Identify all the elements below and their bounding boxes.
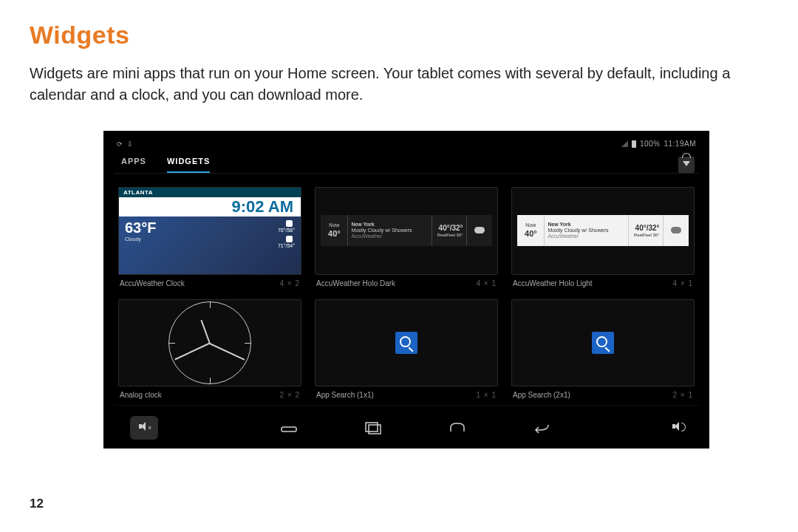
search-icon [395, 332, 417, 354]
status-download-icon: ⇩ [127, 140, 133, 148]
play-store-icon[interactable] [678, 157, 695, 173]
widget-dim: 2 × 2 [279, 391, 300, 399]
widget-accuweather-holo-light[interactable]: Now40° New YorkMostly Cloudy w/ ShowersA… [511, 187, 695, 287]
volume-up-button[interactable] [672, 421, 683, 434]
widget-dim: 4 × 2 [279, 279, 300, 287]
nav-bar: × [114, 405, 699, 449]
tab-apps[interactable]: APPS [121, 157, 146, 174]
nav-recent-button[interactable] [364, 421, 382, 434]
widget-label: AccuWeather Holo Light [513, 279, 593, 287]
widget-dim: 1 × 1 [476, 391, 497, 399]
widget-accuweather-holo-dark[interactable]: Now40° New YorkMostly Cloudy w/ ShowersA… [315, 187, 498, 287]
cloud-icon [671, 227, 681, 233]
accu-row1: 70°/58° [278, 227, 295, 234]
accu-cond: Cloudy [125, 236, 156, 242]
widget-label: App Search (1x1) [316, 391, 374, 399]
accu-temp: 63°F [125, 219, 156, 236]
holo-light-preview: Now40° New YorkMostly Cloudy w/ ShowersA… [517, 215, 688, 246]
nav-menu-button[interactable] [280, 421, 298, 434]
action-bar: APPS WIDGETS [114, 152, 699, 174]
speaker-icon [672, 421, 683, 432]
signal-icon [621, 140, 628, 147]
widget-label: App Search (2x1) [513, 391, 570, 399]
nav-home-button[interactable] [449, 421, 466, 434]
svg-rect-2 [369, 425, 381, 434]
speaker-mute-icon: × [139, 421, 149, 432]
widget-label: AccuWeather Holo Dark [316, 279, 395, 287]
accu-city: ATLANTA [119, 188, 301, 197]
volume-down-button[interactable]: × [130, 416, 158, 440]
widget-dim: 4 × 1 [672, 279, 693, 287]
svg-rect-1 [366, 423, 378, 432]
holo-dark-preview: Now40° New YorkMostly Cloudy w/ ShowersA… [321, 215, 491, 246]
battery-icon [632, 140, 636, 148]
tab-widgets[interactable]: WIDGETS [167, 157, 210, 174]
widget-dim: 4 × 1 [476, 279, 497, 287]
page-title: Widgets [30, 21, 768, 50]
widget-label: AccuWeather Clock [120, 279, 185, 287]
intro-text: Widgets are mini apps that run on your H… [30, 63, 768, 106]
widget-app-search-1x1[interactable]: App Search (1x1) 1 × 1 [315, 299, 498, 400]
nav-back-button[interactable] [533, 421, 550, 434]
widget-label: Analog clock [120, 391, 162, 399]
cloud-icon [474, 227, 485, 233]
search-icon [592, 332, 614, 354]
widget-analog-clock[interactable]: Analog clock 2 × 2 [118, 299, 301, 400]
status-bar: ⟳ ⇩ 100% 11:19AM [114, 140, 699, 152]
battery-level: 100% [640, 140, 661, 148]
widget-accuweather-clock[interactable]: ATLANTA 9:02 AM 63°F Cloudy 70°/58° 71°/… [118, 187, 301, 287]
widget-dim: 2 × 1 [672, 391, 693, 399]
status-sync-icon: ⟳ [117, 140, 123, 148]
status-time: 11:19AM [664, 140, 696, 148]
widget-app-search-2x1[interactable]: App Search (2x1) 2 × 1 [511, 299, 695, 400]
accu-row2: 71°/54° [278, 242, 295, 250]
accuweather-clock-preview: ATLANTA 9:02 AM 63°F Cloudy 70°/58° 71°/… [119, 188, 301, 274]
svg-rect-0 [282, 427, 296, 432]
device-screenshot: ⟳ ⇩ 100% 11:19AM APPS WIDGETS [103, 131, 709, 449]
accu-time: 9:02 AM [119, 197, 301, 216]
analog-clock-preview [168, 301, 251, 384]
page-number: 12 [30, 497, 44, 511]
widget-grid: ATLANTA 9:02 AM 63°F Cloudy 70°/58° 71°/… [114, 174, 699, 405]
